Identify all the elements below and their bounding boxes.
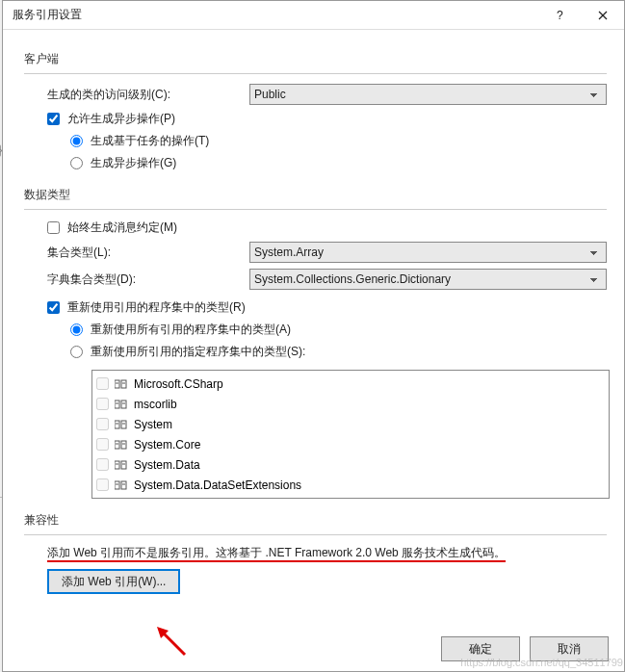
async-task-radio-row: 生成基于任务的操作(T): [70, 133, 607, 149]
assembly-checkbox: [96, 377, 109, 390]
compat-text-part1: 添加 Web 引用而不是服务引用。这将基于: [47, 546, 265, 562]
compat-group-label: 兼容性: [24, 512, 607, 529]
svg-rect-20: [121, 461, 126, 469]
assembly-checkbox: [96, 438, 109, 451]
dictionary-type-row: 字典集合类型(D): System.Collections.Generic.Di…: [47, 269, 607, 290]
svg-rect-24: [121, 481, 126, 489]
divider: [24, 73, 607, 74]
svg-rect-4: [121, 380, 126, 388]
svg-rect-11: [115, 421, 119, 428]
svg-rect-19: [115, 461, 119, 469]
svg-rect-16: [121, 441, 126, 449]
svg-rect-3: [115, 380, 119, 388]
async-op-radio-row: 生成异步操作(G): [70, 155, 607, 171]
assembly-item[interactable]: System.Data: [96, 454, 605, 475]
add-web-reference-button[interactable]: 添加 Web 引用(W)...: [47, 569, 180, 594]
message-contract-row: 始终生成消息约定(M): [47, 220, 607, 236]
assembly-item[interactable]: System.Core: [96, 434, 605, 454]
async-op-label: 生成异步操作(G): [91, 155, 176, 171]
assembly-icon: [115, 399, 128, 410]
service-reference-settings-dialog: 服务引用设置 ? 客户端 生成的类的访问级别(C): Public 允许生成异步…: [2, 0, 625, 672]
message-contract-checkbox[interactable]: [47, 221, 60, 234]
collection-type-label: 集合类型(L):: [47, 245, 249, 261]
async-task-label: 生成基于任务的操作(T): [91, 133, 209, 149]
assembly-name: System: [134, 418, 172, 431]
assembly-icon: [115, 479, 128, 491]
assembly-checkbox: [96, 418, 109, 430]
reuse-all-row: 重新使用所有引用的程序集中的类型(A): [70, 322, 607, 338]
assembly-checkbox: [96, 458, 109, 471]
dialog-title: 服务引用设置: [13, 7, 537, 23]
svg-rect-8: [121, 401, 126, 408]
async-task-radio[interactable]: [70, 135, 83, 147]
assembly-list[interactable]: Microsoft.CSharpmscorlibSystemSystem.Cor…: [91, 370, 610, 499]
reuse-types-checkbox[interactable]: [47, 301, 60, 314]
svg-rect-7: [115, 401, 119, 408]
assembly-checkbox: [96, 398, 109, 410]
assembly-name: mscorlib: [134, 398, 177, 411]
assembly-name: System.Core: [134, 438, 200, 452]
allow-async-checkbox-row: 允许生成异步操作(P): [47, 111, 607, 127]
help-button[interactable]: ?: [537, 1, 581, 30]
allow-async-label: 允许生成异步操作(P): [67, 111, 175, 127]
allow-async-checkbox[interactable]: [47, 113, 60, 125]
assembly-name: Microsoft.CSharp: [134, 377, 223, 391]
reuse-specified-row: 重新使用所引用的指定程序集中的类型(S):: [70, 344, 607, 360]
assembly-icon: [115, 459, 128, 471]
assembly-icon: [115, 378, 128, 390]
titlebar: 服务引用设置 ?: [3, 1, 624, 30]
reuse-types-row: 重新使用引用的程序集中的类型(R): [47, 299, 607, 316]
reuse-all-radio[interactable]: [70, 323, 83, 336]
access-level-row: 生成的类的访问级别(C): Public: [47, 84, 607, 105]
reuse-specified-radio[interactable]: [70, 346, 83, 358]
watermark-text: https://blog.csdn.net/qq_34511799: [460, 657, 623, 668]
svg-rect-15: [115, 441, 119, 449]
assembly-name: System.Data: [134, 458, 200, 472]
divider: [24, 534, 607, 535]
datatype-group-label: 数据类型: [24, 187, 607, 203]
assembly-icon: [115, 419, 128, 430]
assembly-checkbox: [96, 478, 109, 491]
close-button[interactable]: [581, 1, 624, 30]
access-level-label: 生成的类的访问级别(C):: [47, 87, 249, 103]
dictionary-type-label: 字典集合类型(D):: [47, 271, 249, 288]
dialog-content: 客户端 生成的类的访问级别(C): Public 允许生成异步操作(P) 生成基…: [3, 30, 624, 594]
collection-type-row: 集合类型(L): System.Array: [47, 242, 607, 263]
access-level-select[interactable]: Public: [249, 84, 607, 105]
message-contract-label: 始终生成消息约定(M): [67, 220, 177, 236]
reuse-types-label: 重新使用引用的程序集中的类型(R): [67, 299, 246, 316]
assembly-item[interactable]: System: [96, 414, 605, 434]
assembly-name: System.Data.DataSetExtensions: [134, 478, 301, 492]
divider: [24, 209, 607, 210]
client-group-label: 客户端: [24, 51, 607, 67]
compat-text-part2: .NET Framework 2.0 Web 服务技术生成代码。: [265, 546, 506, 562]
assembly-item[interactable]: mscorlib: [96, 394, 605, 414]
assembly-icon: [115, 439, 128, 451]
svg-rect-12: [121, 421, 126, 428]
assembly-item[interactable]: System.Data.DataSetExtensions: [96, 475, 605, 495]
reuse-specified-label: 重新使用所引用的指定程序集中的类型(S):: [91, 344, 305, 360]
svg-line-27: [163, 633, 185, 655]
dictionary-type-select[interactable]: System.Collections.Generic.Dictionary: [249, 269, 607, 290]
svg-text:?: ?: [557, 11, 563, 20]
reuse-all-label: 重新使用所有引用的程序集中的类型(A): [91, 322, 291, 338]
compat-description: 添加 Web 引用而不是服务引用。这将基于 .NET Framework 2.0…: [47, 545, 607, 561]
collection-type-select[interactable]: System.Array: [249, 242, 607, 263]
async-op-radio[interactable]: [70, 157, 83, 169]
annotation-arrow-icon: [151, 621, 190, 662]
svg-rect-23: [115, 481, 119, 489]
assembly-item[interactable]: Microsoft.CSharp: [96, 374, 605, 394]
